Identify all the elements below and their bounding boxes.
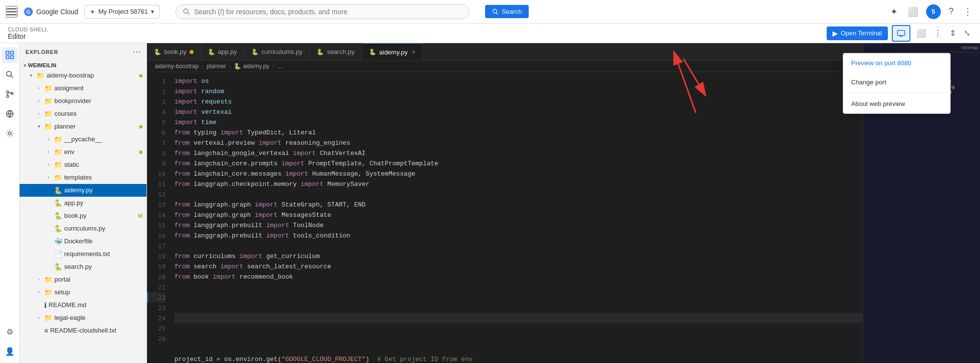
change-port-option[interactable]: Change port (843, 73, 950, 92)
side-icon-bar: ⚙ 👤 (0, 43, 20, 363)
debug-icon-button[interactable] (2, 126, 18, 141)
svg-rect-9 (6, 52, 9, 54)
close-tab-button[interactable]: × (412, 48, 416, 56)
python-file-icon: 🐍 (317, 49, 324, 55)
tree-item-dockerfile[interactable]: 🐳 Dockerfile (20, 235, 147, 248)
tree-item-requirements-txt[interactable]: 📄 requirements.txt (20, 248, 147, 260)
tree-item-static[interactable]: › 📁 static (20, 158, 147, 171)
tree-item-book-py[interactable]: 🐍 book.py M (20, 209, 147, 222)
folder-icon: 📁 (36, 70, 45, 81)
folder-icon: 📁 (44, 274, 52, 285)
split-editor-button[interactable]: ⬜ (914, 26, 928, 40)
cloudshell-label: CLOUD SHELL (8, 26, 48, 32)
tree-item-assigment[interactable]: › 📁 assigment (20, 82, 147, 95)
preview-port-option[interactable]: Preview on port 8080 (843, 53, 950, 73)
tree-item-aidemy-boostrap[interactable]: ▾ 📁 aidemy-boostrap (20, 69, 147, 82)
folder-icon: 📁 (44, 287, 52, 298)
menu-icon-button[interactable] (6, 6, 18, 18)
code-editor[interactable]: 12345 678910 1112131415 1617181920 2122 … (147, 72, 862, 363)
tree-root[interactable]: ▾ WEIMEILIN (20, 60, 147, 69)
svg-rect-6 (898, 30, 905, 36)
web-preview-dropdown: Preview on port 8080 Change port About w… (843, 53, 951, 114)
folder-icon: 📁 (54, 172, 62, 183)
folder-icon: 📁 (44, 83, 52, 94)
cloudshell-actions: ▶ Open Terminal ⬜ ⋮ ⇕ ⤡ (827, 25, 972, 42)
more-options-button[interactable]: ⋮ (932, 26, 944, 40)
folder-arrow-icon: ▾ (27, 70, 34, 81)
tree-item-aidemy-py[interactable]: 🐍 aidemy.py (20, 184, 147, 197)
svg-point-2 (184, 9, 188, 13)
account-icon-button[interactable]: 👤 (2, 343, 18, 359)
svg-rect-12 (10, 56, 13, 59)
explorer-more-button[interactable]: ⋯ (133, 47, 141, 56)
python-file-icon: 🐍 (54, 198, 62, 208)
tree-item-setup[interactable]: › 📁 setup (20, 286, 147, 299)
open-terminal-button[interactable]: ▶ Open Terminal (827, 26, 888, 40)
settings-button[interactable]: ⋮ (961, 4, 974, 19)
terminal-icon-button[interactable]: ⬜ (906, 4, 920, 19)
tree-item-templates[interactable]: › 📁 templates (20, 171, 147, 184)
search-input[interactable] (194, 8, 462, 16)
breadcrumb-part-2: planner (206, 63, 226, 70)
help-button[interactable]: ? (947, 4, 956, 19)
remote-icon-button[interactable] (2, 106, 18, 122)
tree-item-app-py[interactable]: 🐍 app.py (20, 197, 147, 209)
tree-item-readme-cloudshell[interactable]: ≡ README-cloudshell.txt (20, 324, 147, 337)
breadcrumb-bar: aidemy-boostrap › planner › 🐍 aidemy.py … (147, 61, 862, 72)
tab-book-py[interactable]: 🐍 book.py (147, 43, 201, 60)
breadcrumb-part-3: 🐍 aidemy.py (234, 63, 269, 70)
editor-area: 🐍 book.py 🐍 app.py 🐍 curriculums.py 🐍 se… (147, 43, 862, 363)
folder-icon: 📁 (44, 121, 52, 132)
python-file-icon: 🐍 (369, 49, 376, 55)
tree-item-courses[interactable]: › 📁 courses (20, 107, 147, 120)
source-control-icon-button[interactable] (2, 86, 18, 102)
logo-text: Google Cloud (36, 8, 78, 16)
svg-point-19 (8, 132, 11, 135)
svg-line-3 (187, 12, 189, 14)
user-avatar-button[interactable]: 5 (926, 4, 941, 19)
folder-arrow-icon: › (45, 134, 52, 145)
tree-item-planner[interactable]: ▾ 📁 planner (20, 120, 147, 133)
folder-arrow-icon: › (35, 287, 42, 298)
tab-curriculums-py[interactable]: 🐍 curriculums.py (245, 43, 310, 60)
collapse-button[interactable]: ⇕ (948, 26, 958, 40)
breadcrumb-part-4: … (277, 63, 283, 70)
tree-item-readme-md[interactable]: ℹ README.md (20, 299, 147, 311)
folder-arrow-icon: › (35, 96, 42, 106)
svg-rect-11 (6, 56, 9, 59)
tree-item-pycache[interactable]: › 📁 __pycache__ (20, 133, 147, 146)
about-web-preview-option[interactable]: About web preview (843, 94, 950, 113)
tree-item-env[interactable]: › 📁 env (20, 146, 147, 158)
tree-item-curriculums-py[interactable]: 🐍 curriculums.py (20, 222, 147, 235)
search-button[interactable]: Search (485, 5, 529, 18)
explorer-panel: EXPLORER ⋯ ▾ WEIMEILIN ▾ 📁 aidemy-boostr… (20, 43, 147, 363)
search-bar (175, 4, 469, 19)
breadcrumb-separator: › (201, 63, 203, 70)
python-file-icon: 🐍 (154, 49, 161, 55)
preview-dropdown-wrapper: Preview on port 8080 Change port About w… (843, 53, 951, 114)
python-file-icon: 🐍 (251, 49, 259, 55)
tab-aidemy-py[interactable]: 🐍 aidemy.py × (362, 43, 423, 60)
tree-item-bookprovider[interactable]: › 📁 bookprovider (20, 95, 147, 107)
tree-item-portal[interactable]: › 📁 portal (20, 273, 147, 286)
code-content[interactable]: import os import random import requests … (171, 72, 862, 363)
folder-arrow-icon: › (45, 172, 52, 183)
project-button[interactable]: ✦ My Project 58761 ▾ (84, 5, 160, 19)
project-name: My Project 58761 (98, 8, 148, 15)
folder-icon: 📁 (44, 96, 52, 106)
star-icon-button[interactable]: ✦ (888, 4, 900, 19)
search-icon-button[interactable] (2, 67, 18, 82)
tab-app-py[interactable]: 🐍 app.py (201, 43, 245, 60)
svg-text:G: G (26, 9, 30, 15)
extensions-icon-button[interactable]: ⚙ (2, 324, 18, 339)
folder-icon: 📁 (54, 159, 62, 170)
tree-item-search-py[interactable]: 🐍 search.py (20, 260, 147, 273)
web-preview-button[interactable] (892, 25, 910, 42)
tree-item-legal-eagle[interactable]: › 📁 legal-eagle (20, 311, 147, 324)
tab-search-py[interactable]: 🐍 search.py (310, 43, 362, 60)
docker-file-icon: 🐳 (54, 236, 62, 247)
explorer-icon-button[interactable] (2, 47, 18, 63)
tabs-bar: 🐍 book.py 🐍 app.py 🐍 curriculums.py 🐍 se… (147, 43, 862, 61)
maximize-button[interactable]: ⤡ (962, 26, 972, 40)
svg-point-13 (6, 71, 11, 76)
